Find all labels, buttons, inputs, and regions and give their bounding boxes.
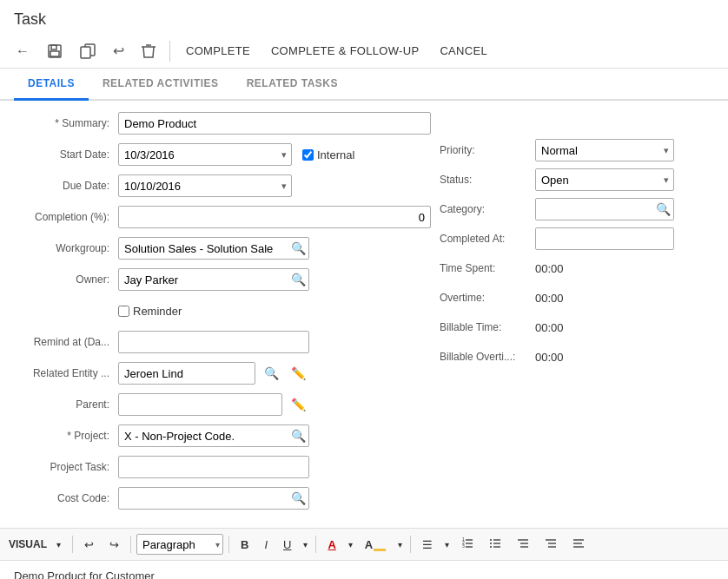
- completion-input[interactable]: [118, 206, 431, 228]
- category-input[interactable]: [535, 198, 674, 220]
- outdent-button[interactable]: [511, 535, 535, 555]
- internal-checkbox[interactable]: [302, 149, 314, 161]
- font-color-button[interactable]: A: [321, 536, 341, 554]
- tabs-bar: DETAILS RELATED ACTIVITIES RELATED TASKS: [0, 69, 728, 101]
- editor-divider-2: [130, 536, 131, 553]
- svg-rect-4: [81, 47, 90, 58]
- svg-point-15: [490, 543, 492, 544]
- priority-label: Priority:: [440, 144, 535, 156]
- underline-dropdown[interactable]: ▾: [301, 537, 310, 552]
- workgroup-search-icon[interactable]: 🔍: [291, 241, 306, 255]
- editor-content[interactable]: Demo Product for Customer: [0, 561, 728, 579]
- completed-at-label: Completed At:: [440, 233, 535, 245]
- svg-text:3: 3: [462, 543, 465, 549]
- justify-button[interactable]: [566, 535, 591, 555]
- copy-button[interactable]: [75, 40, 101, 63]
- remind-at-label: Remind at (Da...: [14, 336, 118, 348]
- related-entity-input[interactable]: [118, 362, 255, 385]
- parent-edit-icon[interactable]: ✏️: [288, 396, 309, 413]
- svg-rect-2: [50, 51, 59, 56]
- list-ul-button[interactable]: [483, 535, 507, 555]
- redo-editor-button[interactable]: ↪: [103, 536, 125, 554]
- svg-point-16: [490, 546, 492, 548]
- project-task-label: Project Task:: [14, 461, 118, 473]
- save-icon-button[interactable]: [42, 40, 68, 63]
- category-search-icon[interactable]: 🔍: [656, 202, 671, 216]
- tab-related-activities[interactable]: RELATED ACTIVITIES: [89, 69, 233, 101]
- delete-button[interactable]: [136, 40, 161, 63]
- undo-editor-button[interactable]: ↩: [78, 536, 100, 554]
- paragraph-select[interactable]: Paragraph Heading 1 Heading 2: [136, 534, 223, 555]
- font-color-dropdown[interactable]: ▾: [346, 537, 355, 552]
- list-ol-button[interactable]: 1 2 3: [455, 535, 480, 555]
- cost-code-label: Cost Code:: [14, 492, 118, 504]
- owner-search-icon[interactable]: 🔍: [291, 273, 306, 286]
- billable-overti-value: 00:00: [535, 351, 564, 364]
- cost-code-search-icon[interactable]: 🔍: [291, 491, 306, 505]
- tab-related-tasks[interactable]: RELATED TASKS: [233, 69, 352, 101]
- highlight-button[interactable]: A: [359, 536, 392, 554]
- editor-divider-5: [410, 536, 411, 553]
- highlight-dropdown[interactable]: ▾: [395, 537, 405, 552]
- back-button[interactable]: ←: [10, 40, 35, 63]
- project-search-icon[interactable]: 🔍: [291, 429, 306, 443]
- complete-button[interactable]: COMPLETE: [179, 41, 257, 61]
- status-label: Status:: [440, 174, 535, 186]
- align-dropdown[interactable]: ▾: [442, 537, 452, 552]
- completed-at-input[interactable]: [535, 227, 674, 250]
- time-spent-label: Time Spent:: [440, 262, 535, 274]
- undo-button[interactable]: ↩: [108, 39, 129, 63]
- due-date-label: Due Date:: [14, 180, 118, 192]
- related-entity-search-icon[interactable]: 🔍: [261, 365, 282, 382]
- overtime-value: 00:00: [535, 292, 564, 305]
- italic-button[interactable]: I: [258, 536, 274, 554]
- svg-point-14: [490, 539, 492, 541]
- summary-label: * Summary:: [14, 117, 118, 129]
- parent-label: Parent:: [14, 398, 118, 411]
- svg-rect-1: [51, 45, 56, 49]
- workgroup-label: Workgroup:: [14, 242, 118, 254]
- billable-time-value: 00:00: [535, 321, 564, 334]
- project-task-input[interactable]: [118, 456, 309, 478]
- cost-code-input[interactable]: [118, 487, 309, 510]
- owner-input[interactable]: [118, 268, 309, 291]
- due-date-select[interactable]: 10/10/2016: [118, 174, 292, 197]
- billable-time-label: Billable Time:: [440, 321, 535, 333]
- related-entity-edit-icon[interactable]: ✏️: [288, 365, 309, 382]
- visual-dropdown-toggle[interactable]: ▾: [50, 537, 67, 552]
- workgroup-input[interactable]: [118, 237, 309, 260]
- tab-details[interactable]: DETAILS: [14, 69, 89, 101]
- parent-input[interactable]: [118, 393, 282, 416]
- start-date-label: Start Date:: [14, 148, 118, 161]
- overtime-label: Overtime:: [440, 292, 535, 304]
- complete-followup-button[interactable]: COMPLETE & FOLLOW-UP: [264, 41, 426, 61]
- reminder-checkbox[interactable]: [118, 306, 129, 317]
- visual-label: VISUAL: [9, 538, 47, 550]
- editor-divider-3: [228, 536, 229, 553]
- time-spent-value: 00:00: [535, 262, 564, 275]
- internal-checkbox-label: Internal: [302, 148, 354, 161]
- project-input[interactable]: [118, 424, 309, 447]
- owner-label: Owner:: [14, 273, 118, 286]
- priority-select[interactable]: Normal High Low: [535, 139, 674, 161]
- indent-button[interactable]: [539, 535, 563, 555]
- page-title: Task: [0, 0, 728, 34]
- underline-button[interactable]: U: [277, 536, 297, 554]
- reminder-label: Reminder: [118, 305, 431, 318]
- category-label: Category:: [440, 203, 535, 215]
- bold-button[interactable]: B: [235, 536, 255, 554]
- cancel-button[interactable]: CANCEL: [433, 41, 494, 61]
- completion-label: Completion (%):: [14, 211, 118, 223]
- editor-divider-4: [315, 536, 316, 553]
- status-select[interactable]: Open In Progress Complete Cancelled: [535, 168, 674, 191]
- billable-overti-label: Billable Overti...:: [440, 351, 535, 363]
- toolbar: ← ↩ COMPLETE COMPLETE & FOLLOW-UP CANCEL: [0, 34, 728, 69]
- start-date-select[interactable]: 10/3/2016: [118, 143, 292, 166]
- align-button[interactable]: ☰: [416, 536, 439, 554]
- remind-at-input[interactable]: [118, 331, 309, 353]
- project-label: * Project:: [14, 430, 118, 442]
- editor-toolbar: VISUAL ▾ ↩ ↪ Paragraph Heading 1 Heading…: [0, 528, 728, 561]
- summary-input[interactable]: [118, 112, 431, 135]
- paragraph-select-wrap: Paragraph Heading 1 Heading 2: [136, 534, 223, 555]
- form-area: * Summary: Start Date: 10/3/2016 I: [0, 101, 728, 528]
